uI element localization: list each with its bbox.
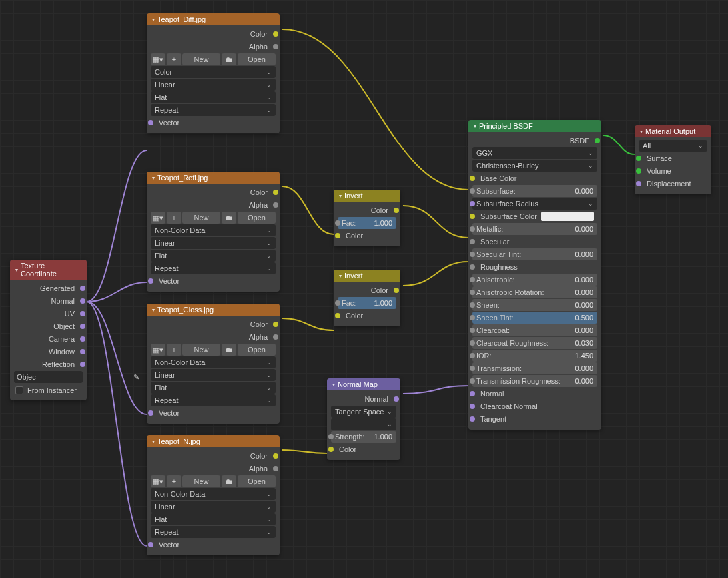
- input-specular: Specular: [472, 236, 597, 248]
- node-title: Invert: [344, 272, 363, 280]
- distribution-dropdown[interactable]: GGX: [472, 147, 597, 159]
- node-header[interactable]: Teapot_Diff.jpg: [147, 13, 280, 25]
- output-normal: Normal: [331, 393, 396, 405]
- folder-icon[interactable]: 🖿: [222, 53, 236, 65]
- new-button[interactable]: New: [182, 53, 220, 65]
- strength-slider[interactable]: Strength:1.000: [331, 431, 396, 443]
- subsurface-slider[interactable]: Subsurface:0.000: [472, 185, 597, 197]
- target-dropdown[interactable]: All: [639, 140, 707, 152]
- ior-slider[interactable]: IOR:1.450: [472, 350, 597, 362]
- plus-button[interactable]: +: [167, 212, 181, 224]
- node-invert-2[interactable]: Invert Color Fac:1.000 Color: [334, 270, 400, 326]
- node-header[interactable]: Teapot_N.jpg: [147, 435, 280, 447]
- new-button[interactable]: New: [182, 475, 220, 487]
- output-normal: Normal: [14, 295, 83, 307]
- image-icon[interactable]: ▦▾: [151, 475, 165, 487]
- sss-method-dropdown[interactable]: Christensen-Burley: [472, 160, 597, 172]
- open-button[interactable]: Open: [238, 475, 276, 487]
- new-button[interactable]: New: [182, 212, 220, 224]
- open-button[interactable]: Open: [238, 53, 276, 65]
- extension-dropdown[interactable]: Repeat: [151, 394, 276, 406]
- node-header[interactable]: Teapot_Gloss.jpg: [147, 304, 280, 316]
- node-title: Principled BSDF: [479, 122, 533, 130]
- color-swatch[interactable]: [541, 212, 594, 221]
- node-texture-coordinate[interactable]: Texture Coordinate Generated Normal UV O…: [10, 260, 87, 400]
- extension-dropdown[interactable]: Repeat: [151, 104, 276, 116]
- metallic-slider[interactable]: Metallic:0.000: [472, 223, 597, 235]
- colorspace-dropdown[interactable]: Color: [151, 66, 276, 78]
- projection-dropdown[interactable]: Flat: [151, 91, 276, 103]
- sheen-tint-slider[interactable]: Sheen Tint:0.500: [472, 312, 597, 324]
- image-icon[interactable]: ▦▾: [151, 212, 165, 224]
- output-color: Color: [338, 204, 396, 216]
- new-button[interactable]: New: [182, 344, 220, 356]
- interpolation-dropdown[interactable]: Linear: [151, 501, 276, 513]
- anisotropic-slider[interactable]: Anisotropic:0.000: [472, 274, 597, 286]
- projection-dropdown[interactable]: Flat: [151, 382, 276, 394]
- uvmap-dropdown[interactable]: [331, 418, 396, 430]
- image-icon[interactable]: ▦▾: [151, 53, 165, 65]
- sheen-slider[interactable]: Sheen:0.000: [472, 299, 597, 311]
- node-title: Teapot_Gloss.jpg: [157, 306, 214, 314]
- node-principled-bsdf[interactable]: Principled BSDF BSDF GGX Christensen-Bur…: [468, 120, 601, 430]
- node-header[interactable]: Material Output: [635, 125, 711, 137]
- output-color: Color: [151, 28, 276, 40]
- extension-dropdown[interactable]: Repeat: [151, 262, 276, 274]
- plus-button[interactable]: +: [167, 475, 181, 487]
- node-header[interactable]: Normal Map: [327, 378, 400, 390]
- node-image-texture-normal[interactable]: Teapot_N.jpg Color Alpha ▦▾ + New 🖿 Open…: [147, 435, 280, 555]
- folder-icon[interactable]: 🖿: [222, 212, 236, 224]
- output-alpha: Alpha: [151, 331, 276, 343]
- colorspace-dropdown[interactable]: Non-Color Data: [151, 356, 276, 368]
- node-invert-1[interactable]: Invert Color Fac:1.000 Color: [334, 190, 400, 246]
- space-dropdown[interactable]: Tangent Space: [331, 406, 396, 418]
- folder-icon[interactable]: 🖿: [222, 475, 236, 487]
- input-displacement: Displacement: [639, 178, 707, 190]
- node-header[interactable]: Teapot_Refl.jpg: [147, 172, 280, 184]
- node-material-output[interactable]: Material Output All Surface Volume Displ…: [635, 125, 711, 194]
- input-normal: Normal: [472, 388, 597, 400]
- clearcoat-slider[interactable]: Clearcoat:0.000: [472, 324, 597, 336]
- interpolation-dropdown[interactable]: Linear: [151, 369, 276, 381]
- transmission-slider[interactable]: Transmission:0.000: [472, 362, 597, 374]
- extension-dropdown[interactable]: Repeat: [151, 526, 276, 538]
- projection-dropdown[interactable]: Flat: [151, 250, 276, 262]
- node-title: Texture Coordinate: [21, 262, 81, 278]
- input-clearcoat-normal: Clearcoat Normal: [472, 400, 597, 412]
- node-normal-map[interactable]: Normal Map Normal Tangent Space Strength…: [327, 378, 400, 460]
- colorspace-dropdown[interactable]: Non-Color Data: [151, 488, 276, 500]
- fac-slider[interactable]: Fac:1.000: [338, 217, 396, 229]
- node-image-texture-diff[interactable]: Teapot_Diff.jpg Color Alpha ▦▾ + New 🖿 O…: [147, 13, 280, 133]
- interpolation-dropdown[interactable]: Linear: [151, 237, 276, 249]
- output-reflection: Reflection: [14, 358, 83, 370]
- plus-button[interactable]: +: [167, 344, 181, 356]
- node-header[interactable]: Invert: [334, 270, 400, 282]
- open-button[interactable]: Open: [238, 344, 276, 356]
- node-image-texture-gloss[interactable]: Teapot_Gloss.jpg Color Alpha ▦▾ + New 🖿 …: [147, 304, 280, 424]
- checkbox-icon[interactable]: [15, 386, 23, 394]
- from-instancer-checkbox[interactable]: From Instancer: [14, 384, 83, 396]
- node-header[interactable]: Invert: [334, 190, 400, 202]
- folder-icon[interactable]: 🖿: [222, 344, 236, 356]
- aniso-rotation-slider[interactable]: Anisotropic Rotation:0.000: [472, 286, 597, 298]
- output-bsdf: BSDF: [472, 135, 597, 146]
- open-button[interactable]: Open: [238, 212, 276, 224]
- subsurface-radius-dropdown[interactable]: Subsurface Radius: [472, 198, 597, 210]
- transmission-roughness-slider[interactable]: Transmission Roughness:0.000: [472, 375, 597, 387]
- specular-tint-slider[interactable]: Specular Tint:0.000: [472, 248, 597, 260]
- fac-slider[interactable]: Fac:1.000: [338, 297, 396, 309]
- node-header[interactable]: Texture Coordinate: [10, 260, 87, 280]
- clearcoat-roughness-slider[interactable]: Clearcoat Roughness:0.030: [472, 337, 597, 349]
- object-input[interactable]: [39, 373, 131, 381]
- subsurface-color[interactable]: Subsurface Color: [472, 210, 597, 222]
- projection-dropdown[interactable]: Flat: [151, 513, 276, 525]
- output-alpha: Alpha: [151, 199, 276, 211]
- colorspace-dropdown[interactable]: Non-Color Data: [151, 224, 276, 236]
- object-picker[interactable]: Objec ✎: [14, 371, 83, 383]
- node-header[interactable]: Principled BSDF: [468, 120, 601, 132]
- image-icon[interactable]: ▦▾: [151, 344, 165, 356]
- node-image-texture-refl[interactable]: Teapot_Refl.jpg Color Alpha ▦▾ + New 🖿 O…: [147, 172, 280, 292]
- interpolation-dropdown[interactable]: Linear: [151, 79, 276, 91]
- plus-button[interactable]: +: [167, 53, 181, 65]
- eyedropper-icon[interactable]: ✎: [133, 373, 139, 382]
